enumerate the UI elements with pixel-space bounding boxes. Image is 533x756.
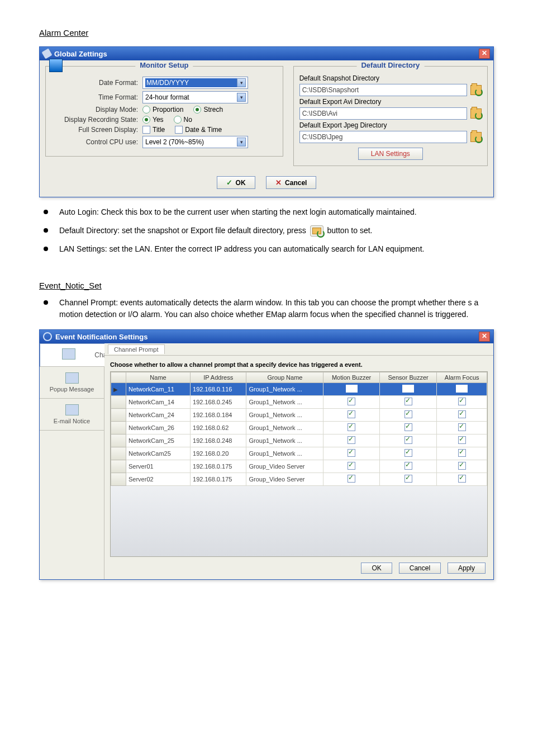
cell-motion[interactable] bbox=[323, 396, 379, 409]
cell-name: NetworkCam_14 bbox=[126, 396, 191, 409]
ok-button[interactable]: ✓OK bbox=[217, 176, 255, 189]
chevron-down-icon[interactable]: ▾ bbox=[237, 93, 246, 102]
table-row[interactable]: NetworkCam_24192.168.0.184Group1_Network… bbox=[111, 409, 487, 422]
col-ip[interactable]: IP Address bbox=[191, 372, 246, 383]
cpu-value: Level 2 (70%~85%) bbox=[145, 138, 237, 146]
default-directory-legend: Default Directory bbox=[356, 61, 424, 69]
close-icon[interactable]: ✕ bbox=[479, 49, 490, 59]
jpeg-dir-label: Default Export Jpeg Directory bbox=[299, 121, 482, 129]
cell-sensor[interactable] bbox=[379, 396, 437, 409]
cell-sensor[interactable] bbox=[379, 383, 437, 396]
table-row[interactable]: NetworkCam25192.168.0.20Group1_Network .… bbox=[111, 447, 487, 460]
fullscreen-datetime-checkbox[interactable]: Date & Time bbox=[175, 126, 222, 134]
display-mode-proportion-radio[interactable]: Proportion bbox=[142, 106, 183, 114]
cell-ip: 192.168.0.248 bbox=[191, 434, 246, 447]
cell-motion[interactable] bbox=[323, 460, 379, 473]
bullet-default-directory: Default Directory: set the snapshot or E… bbox=[44, 225, 494, 237]
avi-dir-field[interactable]: C:\ISDB\Avi bbox=[299, 107, 467, 120]
time-format-label: Time Format: bbox=[51, 93, 142, 101]
folder-browse-icon[interactable] bbox=[470, 108, 482, 119]
message-icon bbox=[65, 372, 79, 384]
event-settings-heading: Event_Notic_Set bbox=[39, 281, 494, 290]
cell-ip: 192.168.0.245 bbox=[191, 396, 246, 409]
date-format-select[interactable]: MM/DD/YYYY ▾ bbox=[142, 77, 248, 89]
bullet-auto-login: Auto Login: Check this box to be the cur… bbox=[44, 206, 494, 218]
folder-browse-icon bbox=[310, 225, 323, 237]
cell-alarm[interactable] bbox=[437, 396, 487, 409]
folder-browse-icon[interactable] bbox=[470, 85, 482, 95]
recording-state-no-radio[interactable]: No bbox=[174, 116, 192, 124]
tab-bar: Channel Prompt bbox=[104, 343, 493, 356]
col-motion[interactable]: Motion Buzzer bbox=[323, 372, 379, 383]
cancel-button[interactable]: Cancel bbox=[399, 563, 441, 574]
cell-sensor[interactable] bbox=[379, 409, 437, 422]
cell-alarm[interactable] bbox=[437, 409, 487, 422]
cell-motion[interactable] bbox=[323, 383, 379, 396]
folder-browse-icon[interactable] bbox=[470, 132, 482, 142]
tab-channel-prompt[interactable]: Channel Prompt bbox=[108, 344, 165, 354]
jpeg-dir-field[interactable]: C:\ISDB\Jpeg bbox=[299, 131, 467, 143]
row-indicator bbox=[111, 460, 126, 473]
cell-alarm[interactable] bbox=[437, 473, 487, 486]
cell-sensor[interactable] bbox=[379, 422, 437, 434]
gear-icon bbox=[43, 332, 52, 341]
cell-motion[interactable] bbox=[323, 409, 379, 422]
table-row[interactable]: Server02192.168.0.175Group_Video Server bbox=[111, 473, 487, 486]
cell-motion[interactable] bbox=[323, 473, 379, 486]
cell-motion[interactable] bbox=[323, 447, 379, 460]
cell-name: NetworkCam_25 bbox=[126, 434, 191, 447]
sidebar-item-popup-message[interactable]: Popup Message bbox=[40, 367, 104, 399]
channel-prompt-table: Name IP Address Group Name Motion Buzzer… bbox=[110, 371, 488, 557]
ok-button[interactable]: OK bbox=[361, 563, 392, 574]
row-indicator bbox=[111, 422, 126, 434]
sidebar-item-email-notice[interactable]: E-mail Notice bbox=[40, 399, 104, 431]
display-mode-label: Display Mode: bbox=[51, 106, 142, 114]
snapshot-dir-field[interactable]: C:\ISDB\Snapshort bbox=[299, 84, 467, 96]
col-name[interactable]: Name bbox=[126, 372, 191, 383]
cell-name: NetworkCam25 bbox=[126, 447, 191, 460]
row-indicator bbox=[111, 409, 126, 422]
table-row[interactable]: Server01192.168.0.175Group_Video Server bbox=[111, 460, 487, 473]
apply-button[interactable]: Apply bbox=[448, 563, 486, 574]
cell-sensor[interactable] bbox=[379, 434, 437, 447]
cell-sensor[interactable] bbox=[379, 473, 437, 486]
bullet-icon bbox=[44, 228, 48, 233]
fullscreen-title-checkbox[interactable]: Title bbox=[142, 126, 165, 134]
chevron-down-icon[interactable]: ▾ bbox=[237, 138, 246, 147]
bullet-icon bbox=[44, 247, 48, 251]
table-row[interactable]: NetworkCam_26192.168.0.62Group1_Network … bbox=[111, 422, 487, 434]
cancel-button[interactable]: ✕Cancel bbox=[266, 176, 316, 189]
cell-alarm[interactable] bbox=[437, 460, 487, 473]
recording-state-yes-radio[interactable]: Yes bbox=[142, 116, 164, 124]
bullet-channel-prompt: Channel Prompt: events automatically det… bbox=[44, 297, 494, 320]
mail-icon bbox=[65, 404, 79, 415]
cpu-label: Control CPU use: bbox=[51, 138, 142, 146]
table-row[interactable]: NetworkCam_25192.168.0.248Group1_Network… bbox=[111, 434, 487, 447]
cell-motion[interactable] bbox=[323, 422, 379, 434]
time-format-select[interactable]: 24-hour format ▾ bbox=[142, 91, 248, 103]
cell-alarm[interactable] bbox=[437, 422, 487, 434]
cell-sensor[interactable] bbox=[379, 460, 437, 473]
cell-alarm[interactable] bbox=[437, 447, 487, 460]
cell-alarm[interactable] bbox=[437, 383, 487, 396]
close-icon[interactable]: ✕ bbox=[479, 332, 490, 342]
cell-group: Group1_Network ... bbox=[246, 434, 323, 447]
table-row[interactable]: ▶NetworkCam_11192.168.0.116Group1_Networ… bbox=[111, 383, 487, 396]
display-mode-strech-radio[interactable]: Strech bbox=[193, 106, 223, 114]
col-sensor[interactable]: Sensor Buzzer bbox=[379, 372, 437, 383]
row-header-blank bbox=[111, 372, 126, 383]
col-group[interactable]: Group Name bbox=[246, 372, 323, 383]
table-row[interactable]: NetworkCam_14192.168.0.245Group1_Network… bbox=[111, 396, 487, 409]
row-indicator bbox=[111, 434, 126, 447]
cpu-select[interactable]: Level 2 (70%~85%) ▾ bbox=[142, 136, 248, 148]
cell-alarm[interactable] bbox=[437, 434, 487, 447]
lan-settings-button[interactable]: LAN Settings bbox=[358, 148, 423, 160]
cell-sensor[interactable] bbox=[379, 447, 437, 460]
col-alarm[interactable]: Alarm Focus bbox=[437, 372, 487, 383]
chevron-down-icon[interactable]: ▾ bbox=[237, 78, 246, 87]
global-settings-titlebar: Global Zettings ✕ bbox=[40, 47, 493, 60]
cell-group: Group1_Network ... bbox=[246, 422, 323, 434]
check-icon: ✓ bbox=[226, 178, 232, 187]
wrench-icon bbox=[41, 48, 52, 59]
cell-motion[interactable] bbox=[323, 434, 379, 447]
